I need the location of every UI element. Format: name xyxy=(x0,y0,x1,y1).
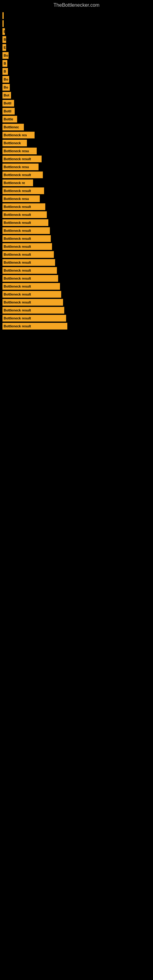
bar-item: Bottleneck result xyxy=(2,315,66,321)
bar-row: Bottleneck re xyxy=(2,180,153,186)
bar-row: Bottleneck result xyxy=(2,227,153,234)
bar-item: Bottleneck result xyxy=(2,243,52,250)
bar-item: Bottleneck result xyxy=(2,307,64,313)
bar-item: E xyxy=(2,28,5,35)
bar-item: Bo xyxy=(2,76,9,83)
bar-row: Bottleneck xyxy=(2,140,153,146)
bar-row: Bottleneck resu xyxy=(2,148,153,154)
site-title: TheBottlenecker.com xyxy=(0,0,153,9)
bar-row: Bot xyxy=(2,92,153,99)
bar-row: Bottleneck resu xyxy=(2,196,153,202)
bar-item: Bottleneck result xyxy=(2,172,43,178)
bar-item: Bottleneck res xyxy=(2,132,35,138)
bar-row: | xyxy=(2,12,153,19)
bar-item: Bottl xyxy=(2,100,14,107)
bar-row: B xyxy=(2,68,153,75)
bar-item: B xyxy=(2,60,7,67)
bar-row: Bottleneck result xyxy=(2,211,153,218)
bar-row: Bottleneck result xyxy=(2,323,153,329)
bar-row: B xyxy=(2,60,153,67)
bar-row: Bottleneck result xyxy=(2,291,153,298)
bar-item: Bottleneck result xyxy=(2,299,63,305)
bar-row: Bottle xyxy=(2,116,153,123)
bar-item: Bottleneck result xyxy=(2,219,48,226)
bar-row: Bottleneck result xyxy=(2,267,153,274)
bar-row: Bottleneck result xyxy=(2,307,153,313)
bar-item: Bottleneck result xyxy=(2,275,58,282)
bar-item: Bottleneck result xyxy=(2,267,57,274)
bar-row: Bottleneck result xyxy=(2,188,153,194)
bar-row: Bottl xyxy=(2,108,153,115)
bar-item: E xyxy=(2,44,6,51)
bar-row xyxy=(2,20,153,27)
bar-item: Bottleneck result xyxy=(2,259,55,266)
bar-row: Bottleneck result xyxy=(2,275,153,282)
bar-item: Bottleneck result xyxy=(2,283,60,290)
bar-row: Bottleneck result xyxy=(2,172,153,178)
bar-row: Bottlenec xyxy=(2,124,153,130)
bar-item xyxy=(2,20,4,27)
bar-item: Bottleneck result xyxy=(2,227,50,234)
bar-row: E xyxy=(2,44,153,51)
bar-row: Bottleneck result xyxy=(2,251,153,258)
bars-container: |EBEBoBBBoBoBotBottlBottlBottleBottlenec… xyxy=(0,9,153,334)
bar-row: Bottl xyxy=(2,100,153,107)
bar-row: Bottleneck result xyxy=(2,299,153,305)
bar-row: Bottleneck result xyxy=(2,204,153,210)
bar-item: Bo xyxy=(2,52,9,59)
bar-item: Bottleneck result xyxy=(2,251,54,258)
bar-row: Bottleneck result xyxy=(2,243,153,250)
bar-item: Bot xyxy=(2,92,11,99)
bar-row: Bottleneck result xyxy=(2,235,153,242)
bar-item: Bottleneck result xyxy=(2,188,44,194)
bar-row: Bo xyxy=(2,76,153,83)
bar-row: Bottleneck resu xyxy=(2,164,153,170)
bar-item: Bottleneck resu xyxy=(2,164,38,170)
bar-row: E xyxy=(2,28,153,35)
bar-row: B xyxy=(2,36,153,43)
bar-row: Bottleneck result xyxy=(2,259,153,266)
bar-row: Bo xyxy=(2,52,153,59)
bar-row: Bottleneck result xyxy=(2,283,153,290)
bar-item: Bottleneck result xyxy=(2,323,67,329)
bar-row: Bottleneck res xyxy=(2,132,153,138)
bar-item: Bottleneck result xyxy=(2,211,47,218)
bar-item: Bottl xyxy=(2,108,15,115)
bar-row: Bo xyxy=(2,84,153,91)
bar-item: Bottleneck result xyxy=(2,156,41,162)
bar-row: Bottleneck result xyxy=(2,156,153,162)
bar-item: Bottlenec xyxy=(2,124,24,130)
bar-item: Bottle xyxy=(2,116,17,123)
bar-item: Bottleneck resu xyxy=(2,196,40,202)
bar-item: Bottleneck result xyxy=(2,235,51,242)
bar-item: | xyxy=(2,12,4,19)
bar-item: Bottleneck result xyxy=(2,204,45,210)
bar-row: Bottleneck result xyxy=(2,315,153,321)
bar-item: Bottleneck re xyxy=(2,180,33,186)
bar-item: Bottleneck result xyxy=(2,291,61,298)
bar-item: Bottleneck resu xyxy=(2,148,37,154)
bar-item: Bottleneck xyxy=(2,140,27,146)
bar-item: B xyxy=(2,68,8,75)
bar-row: Bottleneck result xyxy=(2,219,153,226)
bar-item: B xyxy=(2,36,6,43)
bar-item: Bo xyxy=(2,84,10,91)
